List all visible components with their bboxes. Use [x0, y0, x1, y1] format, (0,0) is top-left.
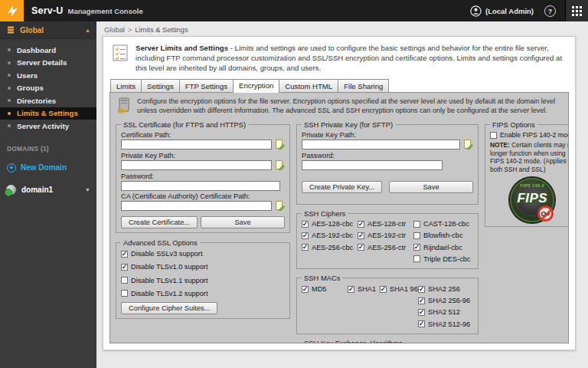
tab-ftp-settings[interactable]: FTP Settings — [179, 79, 234, 92]
sidebar-item-server-activity[interactable]: Server Activity — [0, 120, 96, 133]
create-certificate-button[interactable]: Create Certificate... — [121, 216, 198, 228]
tab-limits[interactable]: Limits — [110, 79, 142, 92]
certificate-path-input[interactable] — [121, 140, 272, 150]
app-grid-button[interactable] — [565, 0, 588, 21]
ssl-password-input[interactable] — [121, 181, 280, 191]
checkbox-box[interactable]: ✓ — [358, 221, 364, 228]
ca-certificate-path-label: CA (Certificate Authority) Certificate P… — [121, 192, 285, 200]
sidebar-item-server-details[interactable]: Server Details — [0, 57, 96, 70]
checkbox-aes-128-cbc[interactable]: ✓AES-128-cbc — [302, 220, 358, 228]
ca-certificate-path-input[interactable] — [121, 201, 272, 211]
checkbox-box[interactable]: ✓ — [418, 286, 425, 293]
checkbox-rijndael-cbc[interactable]: ✓Rijndael-cbc — [413, 244, 470, 251]
checkbox-column: CAST-128-cbcBlowfish-cbc✓Rijndael-cbcTri… — [413, 219, 470, 265]
checkbox-box[interactable] — [413, 232, 420, 239]
help-icon[interactable]: ? — [544, 5, 556, 17]
chevron-up-icon[interactable]: ▲ — [85, 28, 90, 33]
checkbox-aes-192-cbc[interactable]: ✓AES-192-cbc — [302, 232, 358, 239]
checkbox-sha2-256[interactable]: ✓SHA2 256 — [418, 285, 470, 293]
brand-name: Serv-U — [31, 5, 64, 16]
checkbox-sha2-512[interactable]: ✓SHA2 512 — [418, 308, 470, 316]
checkbox-cast-128-cbc[interactable]: CAST-128-cbc — [413, 220, 470, 228]
user-menu[interactable]: (Local Admin) — [470, 5, 534, 17]
ssh-save-button[interactable]: Save — [389, 181, 473, 193]
checkbox-blowfish-cbc[interactable]: Blowfish-cbc — [413, 232, 470, 239]
create-private-key-button[interactable]: Create Private Key... — [302, 181, 382, 193]
ssl-save-button[interactable]: Save — [201, 216, 285, 228]
browse-icon[interactable] — [274, 160, 285, 171]
checkbox-box[interactable] — [121, 290, 128, 297]
checkbox-box[interactable] — [490, 132, 497, 139]
checkbox-disable-tlsv1-2-support[interactable]: Disable TLSv1.2 support — [121, 290, 207, 297]
checkbox-box[interactable]: ✓ — [348, 286, 354, 293]
checkbox-disable-sslv3-support[interactable]: ✓Disable SSLv3 support — [121, 250, 207, 258]
checkbox-label: SHA2 256 — [428, 285, 460, 293]
checkbox-enable-fips-140-2-mode[interactable]: Enable FIPS 140-2 mode — [490, 131, 569, 139]
checkbox-box[interactable] — [413, 221, 420, 228]
sidebar-item-groups[interactable]: Groups — [0, 82, 96, 95]
breadcrumb-root[interactable]: Global — [104, 26, 125, 34]
checkbox-box[interactable]: ✓ — [358, 232, 364, 239]
browse-icon[interactable] — [274, 201, 285, 212]
sidebar-item-limits-settings[interactable]: Limits & Settings — [0, 107, 96, 120]
bullet-icon — [8, 112, 11, 115]
ssh-private-key-title: SSH Private Key (for SFTP) — [302, 120, 395, 129]
chevron-down-icon[interactable]: ▼ — [85, 187, 90, 192]
checkbox-box[interactable]: ✓ — [121, 264, 128, 271]
sidebar-item-directories[interactable]: Directories — [0, 94, 96, 107]
checkbox-box[interactable]: ✓ — [358, 244, 364, 251]
checkbox-aes-256-cbc[interactable]: ✓AES-256-cbc — [302, 244, 358, 251]
checkbox-label: SHA2 512-96 — [428, 320, 470, 328]
sidebar-global-header[interactable]: Global ▲ — [0, 21, 96, 39]
checkbox-sha2-512-96[interactable]: ✓SHA2 512-96 — [418, 320, 470, 328]
sidebar-item-domain1[interactable]: domain1 ▼ — [0, 172, 96, 195]
ssl-private-key-path-input[interactable] — [121, 160, 272, 170]
ssh-private-key-group: SSH Private Key (for SFTP) Private Key P… — [296, 120, 479, 205]
checkbox-aes-192-ctr[interactable]: ✓AES-192-ctr — [358, 232, 413, 239]
tab-settings[interactable]: Settings — [141, 79, 180, 92]
bullet-icon — [8, 124, 11, 127]
checkbox-label: AES-192-ctr — [368, 232, 406, 239]
checkbox-label: Disable TLSv1.1 support — [131, 277, 207, 284]
sftp-password-input[interactable] — [302, 160, 443, 170]
tab-custom-html[interactable]: Custom HTML — [279, 79, 338, 92]
checkbox-box[interactable]: ✓ — [302, 244, 309, 251]
checkbox-column: ✓MD5 — [302, 283, 348, 330]
domain-name: domain1 — [21, 186, 53, 194]
checkbox-sha1-96[interactable]: ✓SHA1 96 — [380, 285, 418, 293]
sidebar-item-users[interactable]: Users — [0, 69, 96, 82]
checkbox-box[interactable]: ✓ — [302, 221, 309, 228]
browse-icon[interactable] — [274, 140, 285, 150]
checkbox-box[interactable] — [413, 255, 420, 262]
sidebar-item-label: Users — [17, 71, 38, 80]
checkbox-box[interactable]: ✓ — [413, 244, 420, 251]
checkbox-aes-128-ctr[interactable]: ✓AES-128-ctr — [358, 220, 413, 228]
new-domain-button[interactable]: + New Domain — [0, 153, 96, 172]
checkbox-aes-256-ctr[interactable]: ✓AES-256-ctr — [358, 244, 413, 251]
sftp-private-key-path-input[interactable] — [302, 140, 460, 150]
checkbox-box[interactable] — [121, 277, 128, 284]
checkbox-box[interactable]: ✓ — [380, 286, 387, 293]
checkbox-sha2-256-96[interactable]: ✓SHA2 256-96 — [418, 297, 470, 304]
checkbox-box[interactable]: ✓ — [418, 309, 425, 316]
page-description: Server Limits and Settings - Limits and … — [136, 44, 567, 74]
checkbox-box[interactable]: ✓ — [418, 297, 425, 304]
configure-cipher-suites-button[interactable]: Configure Cipher Suites... — [121, 302, 217, 314]
checkbox-md5[interactable]: ✓MD5 — [302, 285, 348, 293]
checkbox-label: Blowfish-cbc — [423, 232, 463, 239]
checkbox-label: Disable TLSv1.0 support — [131, 263, 207, 271]
sidebar-item-dashboard[interactable]: Dashboard — [0, 44, 96, 57]
checkbox-sha1[interactable]: ✓SHA1 — [348, 285, 380, 293]
tab-encryption[interactable]: Encryption — [233, 79, 279, 94]
checkbox-box[interactable]: ✓ — [302, 286, 309, 293]
checkbox-box[interactable]: ✓ — [418, 320, 425, 327]
checkbox-disable-tlsv1-1-support[interactable]: Disable TLSv1.1 support — [121, 277, 207, 284]
fips-logo-arc-text: FIPS 140-2 — [510, 183, 554, 188]
browse-icon[interactable] — [462, 140, 473, 150]
checkbox-box[interactable]: ✓ — [302, 232, 309, 239]
checkbox-disable-tlsv1-0-support[interactable]: ✓Disable TLSv1.0 support — [121, 263, 207, 271]
checkbox-box[interactable]: ✓ — [121, 251, 128, 258]
tab-file-sharing[interactable]: File Sharing — [338, 79, 389, 92]
bullet-icon — [8, 87, 11, 90]
checkbox-triple-des-cbc[interactable]: Triple DES-cbc — [413, 255, 470, 263]
